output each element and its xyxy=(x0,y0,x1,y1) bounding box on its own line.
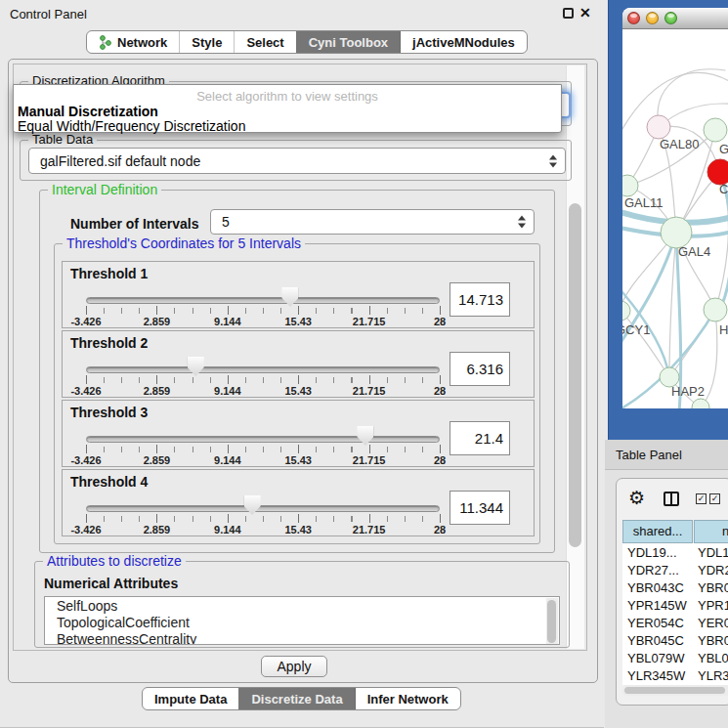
column-header-name[interactable]: n... xyxy=(694,520,728,543)
column-header-shared-name[interactable]: shared... xyxy=(622,520,693,543)
thresholds-group: Threshold's Coordinates for 5 Intervals … xyxy=(54,243,540,544)
attribute-list-item[interactable]: TopologicalCoefficient xyxy=(57,615,190,631)
horizontal-scrollbar[interactable] xyxy=(622,685,728,696)
minimize-traffic-light-icon[interactable] xyxy=(646,12,659,24)
tick-mark xyxy=(440,514,441,523)
node-table-container: ⚙ ✓ ✓ shared... n... YDL19...YDL1...YDR2… xyxy=(616,478,728,706)
table-data-group-title: Table Data xyxy=(28,132,97,147)
table-data-group: Table Data galFiltered.sif default node xyxy=(20,140,572,181)
threshold-value-box[interactable]: 11.344 xyxy=(450,491,510,525)
network-node[interactable] xyxy=(622,175,638,196)
network-node[interactable] xyxy=(704,298,727,321)
tab-infer-network[interactable]: Infer Network xyxy=(355,688,460,709)
tick-label: 2.859 xyxy=(144,454,171,466)
close-icon[interactable]: ✕ xyxy=(579,5,591,21)
list-scrollbar[interactable] xyxy=(546,598,558,645)
tab-jactivemnodules[interactable]: jActiveMNodules xyxy=(400,31,527,53)
numerical-attributes-list[interactable]: SelfLoopsTopologicalCoefficientBetweenne… xyxy=(44,596,560,645)
tick-mark xyxy=(298,306,299,315)
table-row[interactable]: YLR345WYLR3... xyxy=(622,668,728,685)
tick-label: 15.43 xyxy=(284,454,312,466)
cell-shared-name: YER054C xyxy=(627,616,684,630)
bottom-tab-bar: Impute Data Discretize Data Infer Networ… xyxy=(142,687,461,710)
tab-impute-data[interactable]: Impute Data xyxy=(143,688,238,709)
threshold-value-box[interactable]: 14.713 xyxy=(450,282,510,317)
slider-track[interactable] xyxy=(86,366,440,373)
table-data-combobox[interactable]: galFiltered.sif default node xyxy=(28,148,566,174)
scrollbar-thumb[interactable] xyxy=(569,203,581,547)
close-traffic-light-icon[interactable] xyxy=(627,12,640,24)
tick-label: 21.715 xyxy=(353,454,386,466)
tab-cyni-toolbox[interactable]: Cyni Toolbox xyxy=(296,31,400,53)
table-row[interactable]: YBL079WYBL0... xyxy=(622,651,728,668)
numerical-attributes-label: Numerical Attributes xyxy=(44,576,178,591)
cell-shared-name: YBR043C xyxy=(627,580,684,595)
cell-shared-name: YLR345W xyxy=(627,668,685,683)
interval-group-title: Interval Definition xyxy=(48,182,161,197)
attribute-list-item[interactable]: SelfLoops xyxy=(57,598,117,615)
threshold-row: Threshold 4-3.4262.8599.14415.4321.71528… xyxy=(62,469,535,536)
network-node[interactable] xyxy=(647,115,670,139)
table-row[interactable]: YDR27...YDR2... xyxy=(622,563,728,580)
apply-button[interactable]: Apply xyxy=(261,656,327,677)
window-restore-icon[interactable] xyxy=(563,8,574,19)
columns-icon[interactable] xyxy=(664,492,679,506)
cell-name: YER0... xyxy=(698,616,728,630)
slider-thumb[interactable] xyxy=(244,495,261,515)
tick-label: -3.426 xyxy=(70,385,101,397)
network-node-label: G. xyxy=(719,142,728,156)
table-row[interactable]: YPR145WYPR1... xyxy=(622,598,728,616)
tick-label: 28 xyxy=(434,316,446,327)
table-row[interactable]: YBR043CYBR0... xyxy=(622,580,728,598)
tick-mark xyxy=(228,375,229,384)
network-node[interactable] xyxy=(704,118,727,142)
slider-track[interactable] xyxy=(86,505,440,512)
table-panel-bar: Table Panel xyxy=(605,440,728,470)
tick-mark xyxy=(440,445,441,453)
checkbox-icon[interactable]: ✓ xyxy=(709,493,720,504)
list-scrollbar-thumb[interactable] xyxy=(547,600,556,643)
slider-thumb[interactable] xyxy=(188,357,204,376)
tick-mark xyxy=(156,514,157,523)
network-window-titlebar[interactable] xyxy=(622,8,728,29)
cell-shared-name: YDR27... xyxy=(627,563,679,578)
tick-label: 9.144 xyxy=(214,524,241,535)
tick-mark xyxy=(86,514,87,523)
stepper-icon xyxy=(549,154,557,167)
horizontal-scrollbar-thumb[interactable] xyxy=(624,687,725,694)
number-of-intervals-combobox[interactable]: 5 xyxy=(210,209,535,235)
cell-shared-name: YDL19... xyxy=(627,545,677,560)
tab-style[interactable]: Style xyxy=(179,31,234,53)
threshold-value-box[interactable]: 6.316 xyxy=(450,352,510,386)
tab-discretize-data[interactable]: Discretize Data xyxy=(238,688,354,709)
tick-label: 2.859 xyxy=(144,385,171,397)
slider-thumb[interactable] xyxy=(281,287,298,307)
threshold-value-box[interactable]: 21.4 xyxy=(450,421,510,455)
network-node[interactable] xyxy=(622,301,630,321)
tick-mark xyxy=(440,306,441,315)
tick-label: 28 xyxy=(434,385,446,397)
attribute-list-item[interactable]: BetweennessCentrality xyxy=(57,631,196,645)
slider-thumb[interactable] xyxy=(357,426,373,446)
tab-network[interactable]: Network xyxy=(87,31,179,53)
tick-mark xyxy=(86,306,87,315)
network-node-label: GCY1 xyxy=(622,322,650,337)
thresholds-group-title: Threshold's Coordinates for 5 Intervals xyxy=(63,236,305,251)
tab-select[interactable]: Select xyxy=(234,31,295,53)
table-row[interactable]: YER054CYER0... xyxy=(622,616,728,633)
table-row[interactable]: YDL19...YDL1... xyxy=(622,545,728,563)
network-node[interactable] xyxy=(692,399,709,408)
checkbox-icon[interactable]: ✓ xyxy=(696,493,707,504)
network-view-canvas[interactable]: GAL80G.CGAL11GAL4GCY1HHAP2 xyxy=(622,29,728,408)
slider-track[interactable] xyxy=(86,297,440,304)
dropdown-option-equal-width[interactable]: Equal Width/Frequency Discretization xyxy=(18,118,245,134)
network-node-label: GAL11 xyxy=(624,195,664,210)
slider-track[interactable] xyxy=(86,436,440,443)
tick-mark xyxy=(369,514,370,523)
threshold-label: Threshold 4 xyxy=(70,474,148,490)
table-row[interactable]: YBR045CYBR0... xyxy=(622,633,728,651)
zoom-traffic-light-icon[interactable] xyxy=(664,12,677,24)
dropdown-option-manual[interactable]: Manual Discretization xyxy=(18,104,158,119)
gear-icon[interactable]: ⚙ xyxy=(628,487,645,509)
tick-label: 9.144 xyxy=(214,454,241,466)
